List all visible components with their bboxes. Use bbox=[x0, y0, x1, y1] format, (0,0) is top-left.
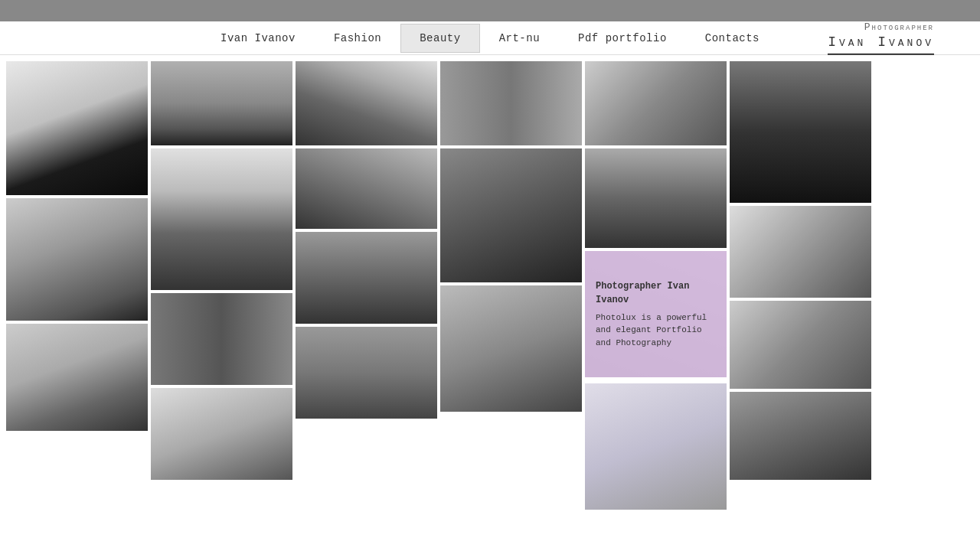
photo-9[interactable] bbox=[296, 148, 437, 229]
photo-5[interactable] bbox=[585, 61, 727, 145]
gallery-col-5: Photographer Ivan Ivanov Photolux is a p… bbox=[585, 61, 727, 545]
site-title-line1: Photographer bbox=[828, 21, 934, 34]
photo-6[interactable] bbox=[730, 61, 871, 203]
tooltip-title: Photographer Ivan Ivanov bbox=[596, 279, 716, 307]
photo-11[interactable] bbox=[585, 148, 727, 248]
nav-art-nu[interactable]: Art-nu bbox=[480, 24, 559, 53]
photo-7[interactable] bbox=[6, 198, 148, 321]
photo-8[interactable] bbox=[151, 148, 292, 290]
top-bar bbox=[0, 0, 980, 21]
gallery: Photographer Ivan Ivanov Photolux is a p… bbox=[0, 55, 980, 551]
nav-ivan-ivanov[interactable]: Ivan Ivanov bbox=[201, 24, 315, 53]
photo-10[interactable] bbox=[440, 148, 582, 282]
photo-19[interactable] bbox=[151, 388, 292, 480]
photo-16[interactable] bbox=[440, 285, 582, 412]
nav-fashion[interactable]: Fashion bbox=[315, 24, 400, 53]
nav-links: Ivan Ivanov Fashion Beauty Art-nu Pdf po… bbox=[201, 24, 779, 53]
gallery-col-2 bbox=[151, 61, 292, 545]
site-title-line2: Ivan Ivanov bbox=[828, 34, 934, 54]
photo-1[interactable] bbox=[6, 61, 148, 195]
photo-18[interactable] bbox=[730, 301, 871, 389]
photo-12[interactable] bbox=[730, 206, 871, 298]
nav-contacts[interactable]: Contacts bbox=[686, 24, 779, 53]
photo-21[interactable] bbox=[585, 383, 727, 510]
gallery-col-6 bbox=[730, 61, 871, 545]
photo-15[interactable] bbox=[296, 232, 437, 324]
navigation: Ivan Ivanov Fashion Beauty Art-nu Pdf po… bbox=[0, 21, 980, 55]
photo-2[interactable] bbox=[151, 61, 292, 145]
tooltip-overlay: Photographer Ivan Ivanov Photolux is a p… bbox=[585, 251, 727, 377]
photo-3[interactable] bbox=[296, 61, 437, 145]
tooltip-wrapper: Photographer Ivan Ivanov Photolux is a p… bbox=[585, 251, 727, 377]
nav-beauty[interactable]: Beauty bbox=[400, 24, 479, 53]
photo-24[interactable] bbox=[730, 392, 871, 480]
photo-4[interactable] bbox=[440, 61, 582, 145]
gallery-col-3 bbox=[296, 61, 437, 545]
nav-pdf-portfolio[interactable]: Pdf portfolio bbox=[559, 24, 686, 53]
photo-13[interactable] bbox=[6, 324, 148, 431]
gallery-col-1 bbox=[6, 61, 148, 545]
photo-14[interactable] bbox=[151, 293, 292, 385]
tooltip-text: Photolux is a powerful and elegant Portf… bbox=[596, 311, 716, 350]
site-title: Photographer Ivan Ivanov bbox=[828, 21, 934, 54]
photo-20[interactable] bbox=[296, 327, 437, 419]
gallery-col-4 bbox=[440, 61, 582, 545]
